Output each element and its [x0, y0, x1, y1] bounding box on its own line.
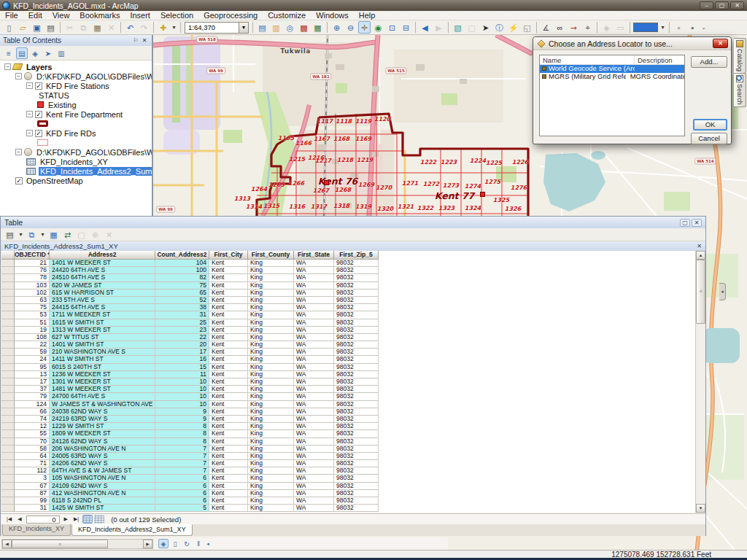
toc-options-icon[interactable]: ▥ [55, 47, 67, 59]
map-scale-caret-icon[interactable]: ▾ [239, 23, 248, 33]
table-options-icon[interactable]: ▤ [4, 228, 16, 241]
table-source-close-icon[interactable]: ✕ [697, 243, 702, 249]
layer-visibility-checkbox[interactable]: ✓ [35, 130, 42, 137]
tree-expander-icon[interactable]: − [15, 149, 22, 155]
next-record-button[interactable]: ▶ [61, 516, 71, 522]
find-icon[interactable]: ∞ [554, 21, 566, 34]
map-scrollbar-collapse-handle[interactable]: ◂ [719, 283, 726, 300]
identify-icon[interactable]: ⓘ [493, 21, 506, 34]
toc-item-status[interactable]: STATUS [0, 90, 152, 100]
cut-icon[interactable]: ✂ [63, 21, 76, 34]
row-selector[interactable] [1, 446, 15, 453]
previous-record-button[interactable]: ◀ [15, 516, 24, 522]
minimize-button[interactable]: – [700, 1, 713, 9]
side-tab-search[interactable]: Search [734, 73, 746, 107]
table-options-caret-icon[interactable]: ▾ [18, 228, 24, 241]
add-data-icon[interactable]: ✚ [157, 21, 169, 34]
row-selector[interactable] [1, 334, 15, 341]
toc-item-swatch[interactable] [0, 138, 152, 147]
row-selector[interactable] [1, 453, 15, 460]
go-back-extent-icon[interactable]: ◀ [419, 21, 431, 34]
tree-expander-icon[interactable]: − [26, 111, 33, 117]
toc-item-swatch[interactable] [0, 119, 152, 128]
row-selector[interactable] [1, 423, 15, 430]
refresh-view-button[interactable]: ↻ [182, 539, 192, 548]
show-selected-records-button[interactable] [94, 515, 104, 524]
row-selector[interactable] [1, 497, 15, 505]
view-overflow-icon[interactable]: ◂ [205, 539, 211, 548]
row-selector[interactable] [1, 327, 15, 334]
column-header-first-city[interactable]: First_City [209, 251, 248, 260]
row-selector[interactable] [1, 386, 15, 393]
toc-item-d-kfd-kfd-agol-gdbfiles-wasp83[interactable]: −D:\KFD\KFD_AGOL\GDBFiles\WASP83NF\Prote… [0, 71, 152, 81]
row-selector[interactable] [1, 430, 15, 438]
row-selector[interactable] [1, 282, 15, 289]
maximize-button[interactable]: ▢ [715, 1, 729, 9]
column-description[interactable]: Description [635, 55, 676, 64]
table-row[interactable]: 121229 W SMITH ST8KentKingWA98032 [1, 423, 697, 430]
select-features-icon[interactable]: ▧ [452, 21, 464, 34]
redo-icon[interactable]: ↷ [138, 21, 150, 34]
menu-file[interactable]: File [0, 11, 23, 20]
scroll-up-icon[interactable]: ▲ [696, 251, 705, 260]
row-selector[interactable] [1, 349, 15, 356]
table-row[interactable]: 7424219 63RD WAY S9KentKingWA98032 [1, 416, 697, 423]
dialog-close-button[interactable]: ✕ [713, 39, 728, 48]
table-row[interactable]: 7524415 64TH AVE S38KentKingWA98032 [1, 304, 697, 311]
table-row[interactable]: 551809 W MEEKER ST8KentKingWA98032 [1, 430, 697, 438]
close-button[interactable]: ✕ [730, 1, 744, 9]
dialog-title-bar[interactable]: Choose an Address Locator to use... [533, 37, 731, 50]
list-by-visibility-icon[interactable]: ◈ [29, 47, 41, 59]
table-row[interactable]: 131236 W MEEKER ST11KentKingWA98032 [1, 371, 697, 378]
grid-scroll-thumb[interactable] [696, 260, 705, 324]
paste-icon[interactable]: ▦ [91, 21, 104, 34]
table-row[interactable]: 108627 W TITUS ST22KentKingWA98032 [1, 334, 697, 341]
list-by-drawing-order-icon[interactable]: ≡ [3, 47, 15, 59]
attribute-grid[interactable]: OBJECTID *Address2Count_Address2First_Ci… [1, 251, 697, 513]
table-row[interactable]: 7024126 62ND WAY S8KentKingWA98032 [1, 438, 697, 446]
first-record-button[interactable]: |◀ [4, 516, 15, 522]
tree-expander-icon[interactable]: − [15, 73, 22, 79]
map-scale-combo[interactable]: 1:64,370▾ [185, 22, 249, 34]
zoom-in-icon[interactable]: ⊕ [330, 21, 343, 34]
row-selector[interactable] [1, 274, 15, 281]
row-selector[interactable] [1, 401, 15, 408]
select-elements-icon[interactable]: ➤ [479, 21, 492, 34]
table-panel-title-bar[interactable]: Table ▢ ✕ [1, 217, 705, 228]
table-row[interactable]: 6424005 63RD WAY S7KentKingWA98032 [1, 453, 697, 460]
add-data-caret-icon[interactable]: ▾ [171, 21, 177, 34]
ok-button[interactable]: OK [693, 119, 727, 131]
toc-item-kfd-fire-rds[interactable]: −✓KFD Fire RDs [0, 128, 152, 138]
map-horizontal-scrollbar[interactable]: ◀ ▶ [1, 539, 153, 549]
html-popup-icon[interactable]: ◱ [521, 21, 533, 34]
switch-selection-icon[interactable]: ⇄ [61, 228, 74, 241]
table-row[interactable]: 124W JAMES ST & WASHINGTON AVE N10KentKi… [1, 401, 697, 408]
select-by-attributes-icon[interactable]: ▦ [47, 228, 60, 241]
hyperlink-icon[interactable]: ⚡ [507, 21, 519, 34]
toc-item-kfd-incidents-xy[interactable]: KFD_Incidents_XY [0, 157, 152, 166]
table-row[interactable]: 221401 W SMITH ST20KentKingWA98032 [1, 341, 697, 349]
last-record-button[interactable]: ▶| [71, 516, 82, 522]
table-row[interactable]: 87412 WASHINGTON AVE N6KentKingWA98032 [1, 490, 697, 497]
table-row[interactable]: 11264TH AVE S & W JAMES ST7KentKingWA980… [1, 467, 697, 475]
clear-selected-features-icon[interactable]: ▢ [465, 21, 478, 34]
table-row[interactable]: 956015 S 240TH ST15KentKingWA98032 [1, 364, 697, 371]
cancel-button[interactable]: Cancel [691, 133, 727, 144]
table-row[interactable]: 311425 W SMITH ST5KentKingWA98032 [1, 505, 697, 512]
column-name[interactable]: Name [540, 55, 635, 64]
table-tab-kfd_incidents_address2_sum1_xy[interactable]: KFD_Incidents_Address2_Sum1_XY [71, 524, 193, 536]
locator-row[interactable]: MGRS (Military Grid Reference System)MGR… [540, 73, 684, 81]
tree-expander-icon[interactable]: − [26, 82, 33, 89]
table-row[interactable]: 371481 W MEEKER ST10KentKingWA98032 [1, 386, 697, 393]
row-selector[interactable] [1, 483, 15, 490]
full-extent-icon[interactable]: ◉ [372, 21, 384, 34]
zoom-out-icon[interactable]: ⊖ [344, 21, 357, 34]
menu-customize[interactable]: Customize [263, 11, 311, 20]
row-selector[interactable] [1, 364, 15, 371]
toc-item-d-kfd-kfd-agol-gdbfiles-wasp83[interactable]: −D:\KFD\KFD_AGOL\GDBFiles\WASP83NF\Incid… [0, 147, 152, 157]
table-row[interactable]: 3105 WASHINGTON AVE N6KentKingWA98032 [1, 475, 697, 482]
map-scroll-thumb[interactable] [12, 540, 108, 548]
show-all-records-button[interactable] [82, 515, 93, 524]
table-row[interactable]: 531711 W MEEKER ST31KentKingWA98032 [1, 311, 697, 319]
zoom-to-selected-icon[interactable]: ⊕ [89, 228, 101, 241]
